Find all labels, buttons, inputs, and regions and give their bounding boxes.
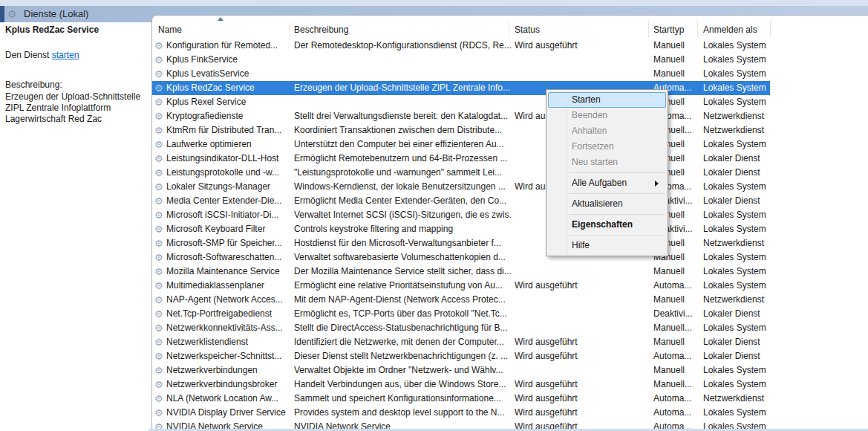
service-description-cell: Unterstützt den Computer bei einer effiz…	[294, 137, 511, 152]
service-starttype-cell: Manuell...	[653, 377, 696, 392]
column-header-beschreibung[interactable]: Beschreibung	[294, 23, 348, 36]
table-row[interactable]: ⚙NVIDIA Display Driver ServiceProvides s…	[152, 406, 868, 420]
service-name-cell: Laufwerke optimieren	[166, 137, 288, 152]
table-row[interactable]: ⚙Media Center Extender-Die...Ermöglicht …	[152, 194, 868, 208]
service-name-cell: Netzwerkspeicher-Schnittst...	[166, 349, 288, 363]
table-row[interactable]: ⚙Konfiguration für Remoted...Der Remoted…	[152, 39, 868, 53]
table-row[interactable]: ⚙NetzwerkverbindungenVerwaltet Objekte i…	[152, 363, 868, 377]
table-row[interactable]: ⚙Netzwerkkonnektivitäts-Ass...Stellt die…	[152, 321, 868, 335]
service-logonas-cell: Lokales System	[703, 180, 770, 194]
service-gear-icon: ⚙	[154, 265, 166, 279]
service-name-cell: Kplus RedZac Service	[166, 81, 288, 95]
column-divider[interactable]	[290, 21, 290, 37]
table-row[interactable]: ⚙MultimediaklassenplanerErmöglicht eine …	[152, 279, 868, 293]
service-logonas-cell: Lokales System	[703, 39, 770, 53]
service-logonas-cell: Lokaler Dienst	[703, 335, 770, 349]
service-description-cell: Mit dem NAP-Agent-Dienst (Network Access…	[294, 293, 511, 307]
service-name-cell: Microsoft-Softwareschatten...	[166, 250, 288, 265]
table-row[interactable]: ⚙Microsoft-Softwareschatten...Verwaltet …	[152, 250, 868, 265]
menu-item-alle-aufgaben[interactable]: Alle Aufgaben	[548, 175, 666, 191]
service-description-cell: Identifiziert die Netzwerke, mit denen d…	[294, 335, 511, 349]
service-gear-icon: ⚙	[154, 137, 166, 152]
service-status-cell	[515, 67, 647, 81]
table-row-selected[interactable]: ⚙Kplus RedZac ServiceErzeugen der Upload…	[152, 81, 868, 95]
table-row[interactable]: ⚙NetzwerklistendienstIdentifiziert die N…	[152, 335, 868, 349]
column-divider[interactable]	[509, 21, 509, 37]
column-header-name[interactable]: Name	[158, 23, 182, 36]
services-list-panel: NameBeschreibungStatusStarttypAnmelden a…	[151, 15, 868, 431]
service-description-cell: Der Remotedesktop-Konfigurationsdienst (…	[294, 39, 511, 53]
service-description-cell: Koordiniert Transaktionen zwischen dem D…	[294, 123, 511, 137]
menu-separator	[570, 172, 665, 173]
service-starttype-cell: Manuell	[653, 67, 696, 81]
menu-item-hilfe[interactable]: Hilfe	[548, 238, 666, 253]
menu-item-fortsetzen: Fortsetzen	[548, 139, 666, 155]
service-status-cell: Wird ausgeführt	[515, 349, 647, 363]
service-description-cell: "Leistungsprotokolle und -warnungen" sam…	[294, 166, 511, 180]
service-gear-icon: ⚙	[154, 222, 166, 236]
service-gear-icon: ⚙	[154, 279, 166, 293]
table-row[interactable]: ⚙Netzwerkspeicher-Schnittst...Dieser Die…	[152, 349, 868, 363]
service-gear-icon: ⚙	[154, 81, 166, 95]
service-gear-icon: ⚙	[154, 307, 166, 321]
description-line: Erzeugen der Upload-Schnittstelle	[5, 91, 140, 103]
table-row[interactable]: ⚙KtmRm für Distributed Tran...Koordinier…	[152, 123, 868, 137]
table-row[interactable]: ⚙Microsoft iSCSI-Initiator-Di...Verwalte…	[152, 208, 868, 222]
menu-item-starten[interactable]: Starten	[548, 92, 666, 108]
service-gear-icon: ⚙	[154, 53, 166, 67]
table-row[interactable]: ⚙Lokaler Sitzungs-ManagerWindows-Kerndie…	[152, 180, 868, 194]
table-row[interactable]: ⚙Microsoft Keyboard FilterControls keyst…	[152, 222, 868, 236]
service-name-cell: NAP-Agent (Network Acces...	[166, 293, 288, 307]
menu-item-eigenschaften[interactable]: Eigenschaften	[548, 217, 666, 233]
table-row[interactable]: ⚙Mozilla Maintenance ServiceDer Mozilla …	[152, 265, 868, 279]
table-row[interactable]: ⚙Kplus Rexel ServiceManuellLokales Syste…	[152, 95, 868, 109]
table-row[interactable]: ⚙Leistungsindikator-DLL-HostErmöglicht R…	[152, 152, 868, 166]
service-gear-icon: ⚙	[154, 67, 166, 81]
start-service-link[interactable]: starten	[52, 50, 79, 60]
service-description-cell: Erzeugen der Upload-Schnittstelle ZIPL Z…	[294, 81, 511, 95]
table-row[interactable]: ⚙NetzwerkverbindungsbrokerHandelt Verbin…	[152, 377, 868, 392]
service-gear-icon: ⚙	[154, 95, 166, 109]
service-gear-icon: ⚙	[154, 377, 166, 392]
service-description-cell	[294, 53, 511, 67]
service-logonas-cell: Lokales System	[703, 208, 770, 222]
services-rows: ⚙Konfiguration für Remoted...Der Remoted…	[152, 39, 868, 431]
service-description-cell: Handelt Verbindungen aus, über die Windo…	[294, 377, 511, 392]
service-name-cell: Lokaler Sitzungs-Manager	[166, 180, 288, 194]
table-row[interactable]: ⚙Microsoft-SMP für Speicher...Hostdienst…	[152, 236, 868, 250]
service-logonas-cell: Lokaler Dienst	[703, 349, 770, 363]
column-header-starttyp[interactable]: Starttyp	[653, 23, 684, 36]
context-menu: StartenBeendenAnhaltenFortsetzenNeu star…	[546, 89, 668, 256]
column-divider[interactable]	[770, 21, 771, 37]
banner-title: Dienste (Lokal)	[24, 8, 88, 19]
service-name-cell: Netzwerkverbindungen	[166, 363, 288, 377]
service-logonas-cell: Netzwerkdienst	[703, 123, 770, 137]
service-logonas-cell: Lokaler Dienst	[703, 166, 770, 180]
service-gear-icon: ⚙	[154, 236, 166, 250]
menu-item-anhalten: Anhalten	[548, 123, 666, 139]
table-row[interactable]: ⚙Kplus FinkServiceManuellLokales System	[152, 53, 868, 67]
table-row[interactable]: ⚙NLA (Network Location Aw...Sammelt und …	[152, 392, 868, 406]
service-starttype-cell: Automa...	[653, 406, 696, 420]
table-row[interactable]: ⚙Laufwerke optimierenUnterstützt den Com…	[152, 137, 868, 152]
service-gear-icon: ⚙	[154, 109, 166, 123]
service-description-cell: Controls keystroke filtering and mapping	[294, 222, 511, 236]
service-description-cell: Stellt drei Verwaltungsdienste bereit: d…	[294, 109, 511, 123]
column-header-anmelden-als[interactable]: Anmelden als	[703, 23, 757, 36]
table-row[interactable]: ⚙Net.Tcp-PortfreigabedienstErmöglicht es…	[152, 307, 868, 321]
service-description-cell: Dieser Dienst stellt Netzwerkbenachricht…	[294, 349, 511, 363]
column-divider[interactable]	[697, 21, 698, 37]
column-divider[interactable]	[648, 21, 649, 37]
table-row[interactable]: ⚙Kplus LevatisServiceManuellLokales Syst…	[152, 67, 868, 81]
column-header-status[interactable]: Status	[515, 23, 540, 36]
service-description-cell: Ermöglicht es, TCP-Ports über das Protok…	[294, 307, 511, 321]
service-name-cell: NLA (Network Location Aw...	[166, 392, 288, 406]
service-name-cell: Leistungsprotokolle und -w...	[166, 166, 288, 180]
table-row[interactable]: ⚙KryptografiediensteStellt drei Verwaltu…	[152, 109, 868, 123]
table-row[interactable]: ⚙NAP-Agent (Network Acces...Mit dem NAP-…	[152, 293, 868, 307]
menu-item-aktualisieren[interactable]: Aktualisieren	[548, 196, 666, 212]
service-name-cell: NVIDIA Display Driver Service	[166, 406, 288, 420]
service-gear-icon: ⚙	[154, 335, 166, 349]
table-row[interactable]: ⚙Leistungsprotokolle und -w..."Leistungs…	[152, 166, 868, 180]
service-logonas-cell: Lokales System	[703, 377, 770, 392]
